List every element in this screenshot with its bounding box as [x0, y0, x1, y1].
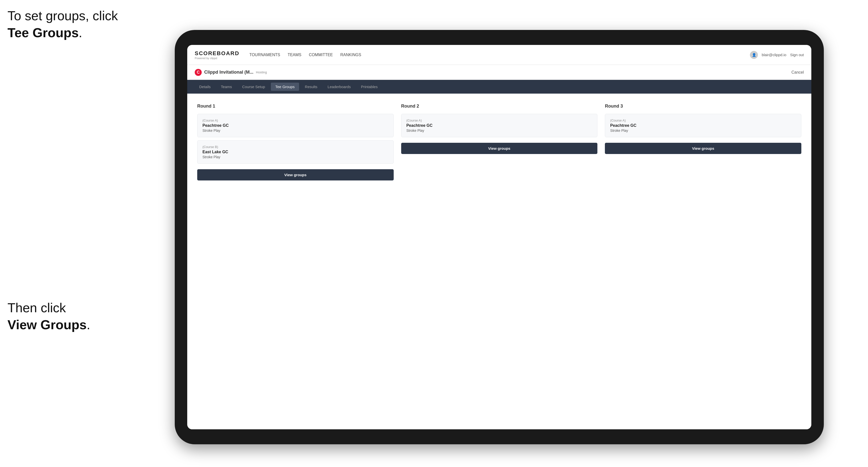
logo-text: SCOREBOARD	[195, 50, 239, 57]
top-navigation: SCOREBOARD Powered by clippd TOURNAMENTS…	[187, 45, 811, 65]
instruction-bottom: Then click View Groups.	[7, 300, 90, 333]
round-1-course-a-label: (Course A)	[203, 119, 389, 122]
round-1-course-a-type: Stroke Play	[203, 129, 389, 132]
instruction-bottom-punct: .	[87, 317, 90, 332]
tab-navigation: Details Teams Course Setup Tee Groups Re…	[187, 80, 811, 94]
round-1-course-a-name: Peachtree GC	[203, 123, 389, 128]
round-1-course-b-type: Stroke Play	[203, 155, 389, 159]
user-avatar: 👤	[750, 51, 758, 59]
user-email: blair@clippd.io	[762, 53, 786, 57]
nav-rankings[interactable]: RANKINGS	[340, 52, 361, 58]
round-3-course-a-type: Stroke Play	[610, 129, 796, 132]
hosting-badge: Hosting	[256, 70, 267, 74]
tab-printables[interactable]: Printables	[356, 83, 382, 91]
tablet-screen: SCOREBOARD Powered by clippd TOURNAMENTS…	[187, 45, 811, 429]
round-3-column: Round 3 (Course A) Peachtree GC Stroke P…	[605, 103, 801, 181]
round-1-course-b-card: (Course B) East Lake GC Stroke Play	[197, 140, 394, 164]
main-content: Round 1 (Course A) Peachtree GC Stroke P…	[187, 94, 811, 429]
tablet-device: SCOREBOARD Powered by clippd TOURNAMENTS…	[175, 30, 824, 444]
instruction-bottom-bold: View Groups	[7, 317, 87, 332]
tab-details[interactable]: Details	[195, 83, 215, 91]
round-2-course-a-card: (Course A) Peachtree GC Stroke Play	[401, 114, 598, 137]
tab-course-setup[interactable]: Course Setup	[238, 83, 270, 91]
sign-out-link[interactable]: Sign out	[790, 53, 804, 57]
round-3-course-a-name: Peachtree GC	[610, 123, 796, 128]
rounds-grid: Round 1 (Course A) Peachtree GC Stroke P…	[197, 103, 801, 181]
round-1-course-b-label: (Course B)	[203, 145, 389, 149]
cancel-button[interactable]: Cancel	[792, 70, 804, 74]
nav-links: TOURNAMENTS TEAMS COMMITTEE RANKINGS	[249, 52, 750, 58]
tab-teams[interactable]: Teams	[216, 83, 237, 91]
tab-leaderboards[interactable]: Leaderboards	[323, 83, 355, 91]
round-3-course-a-label: (Course A)	[610, 119, 796, 122]
round-2-course-a-label: (Course A)	[406, 119, 592, 122]
round-1-column: Round 1 (Course A) Peachtree GC Stroke P…	[197, 103, 394, 181]
instruction-top-bold: Tee Groups	[7, 26, 79, 40]
round-2-course-a-type: Stroke Play	[406, 129, 592, 132]
tab-results[interactable]: Results	[300, 83, 322, 91]
tab-tee-groups[interactable]: Tee Groups	[271, 83, 299, 91]
round-3-view-groups-button[interactable]: View groups	[605, 143, 801, 154]
instruction-top-line1: To set groups, click	[7, 8, 118, 23]
round-1-course-b-name: East Lake GC	[203, 150, 389, 154]
round-2-course-a-name: Peachtree GC	[406, 123, 592, 128]
round-2-view-groups-button[interactable]: View groups	[401, 143, 598, 154]
tournament-name: C Clippd Invitational (M... Hosting	[195, 69, 792, 76]
tournament-bar: C Clippd Invitational (M... Hosting Canc…	[187, 65, 811, 80]
round-1-title: Round 1	[197, 103, 394, 109]
instruction-bottom-line1: Then click	[7, 301, 66, 315]
round-3-title: Round 3	[605, 103, 801, 109]
nav-teams[interactable]: TEAMS	[287, 52, 301, 58]
logo-sub: Powered by clippd	[195, 57, 239, 60]
scoreboard-logo: SCOREBOARD	[195, 50, 239, 56]
nav-right: 👤 blair@clippd.io Sign out	[750, 51, 804, 59]
round-2-title: Round 2	[401, 103, 598, 109]
tournament-title: Clippd Invitational (M...	[204, 70, 253, 75]
instruction-top-punct: .	[79, 26, 82, 40]
nav-committee[interactable]: COMMITTEE	[309, 52, 333, 58]
instruction-top: To set groups, click Tee Groups.	[7, 7, 118, 41]
round-1-course-a-card: (Course A) Peachtree GC Stroke Play	[197, 114, 394, 137]
logo-area: SCOREBOARD Powered by clippd	[195, 50, 239, 60]
nav-tournaments[interactable]: TOURNAMENTS	[249, 52, 280, 58]
round-2-column: Round 2 (Course A) Peachtree GC Stroke P…	[401, 103, 598, 181]
tournament-logo: C	[195, 69, 202, 76]
round-1-view-groups-button[interactable]: View groups	[197, 169, 394, 181]
round-3-course-a-card: (Course A) Peachtree GC Stroke Play	[605, 114, 801, 137]
